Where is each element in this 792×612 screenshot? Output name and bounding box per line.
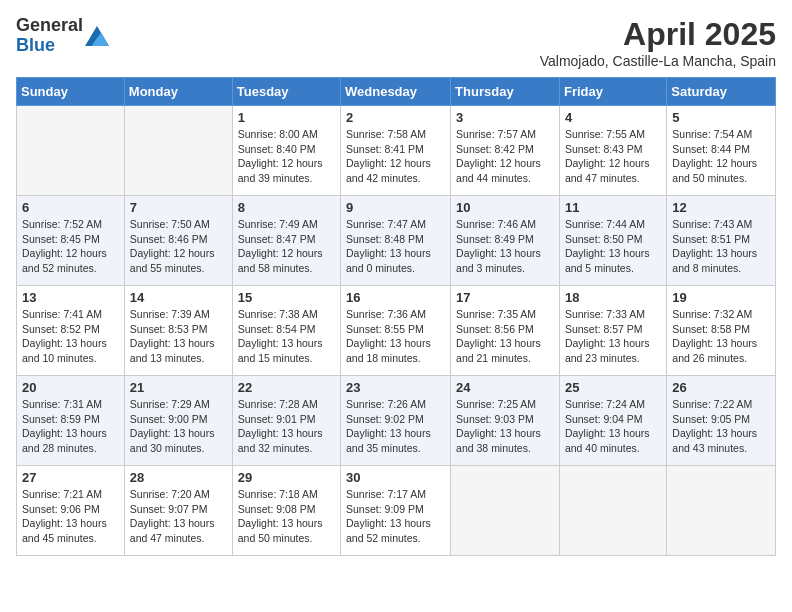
- cell-day-number: 10: [456, 200, 554, 215]
- calendar-cell: 21Sunrise: 7:29 AMSunset: 9:00 PMDayligh…: [124, 376, 232, 466]
- cell-info: Sunrise: 7:18 AMSunset: 9:08 PMDaylight:…: [238, 487, 335, 546]
- cell-day-number: 4: [565, 110, 661, 125]
- logo-icon: [85, 26, 109, 46]
- calendar-cell: 13Sunrise: 7:41 AMSunset: 8:52 PMDayligh…: [17, 286, 125, 376]
- cell-info: Sunrise: 7:47 AMSunset: 8:48 PMDaylight:…: [346, 217, 445, 276]
- calendar-cell: 17Sunrise: 7:35 AMSunset: 8:56 PMDayligh…: [451, 286, 560, 376]
- cell-day-number: 11: [565, 200, 661, 215]
- cell-day-number: 21: [130, 380, 227, 395]
- cell-day-number: 29: [238, 470, 335, 485]
- calendar-cell: 30Sunrise: 7:17 AMSunset: 9:09 PMDayligh…: [341, 466, 451, 556]
- calendar-cell: [559, 466, 666, 556]
- cell-day-number: 6: [22, 200, 119, 215]
- cell-info: Sunrise: 7:38 AMSunset: 8:54 PMDaylight:…: [238, 307, 335, 366]
- cell-info: Sunrise: 7:46 AMSunset: 8:49 PMDaylight:…: [456, 217, 554, 276]
- cell-day-number: 16: [346, 290, 445, 305]
- cell-day-number: 17: [456, 290, 554, 305]
- cell-info: Sunrise: 7:25 AMSunset: 9:03 PMDaylight:…: [456, 397, 554, 456]
- calendar-table: SundayMondayTuesdayWednesdayThursdayFrid…: [16, 77, 776, 556]
- cell-info: Sunrise: 7:43 AMSunset: 8:51 PMDaylight:…: [672, 217, 770, 276]
- location-title: Valmojado, Castille-La Mancha, Spain: [540, 53, 776, 69]
- cell-info: Sunrise: 7:22 AMSunset: 9:05 PMDaylight:…: [672, 397, 770, 456]
- cell-info: Sunrise: 7:49 AMSunset: 8:47 PMDaylight:…: [238, 217, 335, 276]
- cell-info: Sunrise: 7:58 AMSunset: 8:41 PMDaylight:…: [346, 127, 445, 186]
- cell-day-number: 27: [22, 470, 119, 485]
- calendar-cell: 7Sunrise: 7:50 AMSunset: 8:46 PMDaylight…: [124, 196, 232, 286]
- calendar-cell: 10Sunrise: 7:46 AMSunset: 8:49 PMDayligh…: [451, 196, 560, 286]
- cell-info: Sunrise: 7:50 AMSunset: 8:46 PMDaylight:…: [130, 217, 227, 276]
- logo-blue: Blue: [16, 36, 83, 56]
- cell-info: Sunrise: 7:55 AMSunset: 8:43 PMDaylight:…: [565, 127, 661, 186]
- calendar-cell: 2Sunrise: 7:58 AMSunset: 8:41 PMDaylight…: [341, 106, 451, 196]
- cell-info: Sunrise: 7:24 AMSunset: 9:04 PMDaylight:…: [565, 397, 661, 456]
- weekday-header-sunday: Sunday: [17, 78, 125, 106]
- cell-day-number: 24: [456, 380, 554, 395]
- calendar-week-row: 13Sunrise: 7:41 AMSunset: 8:52 PMDayligh…: [17, 286, 776, 376]
- cell-day-number: 8: [238, 200, 335, 215]
- calendar-cell: 25Sunrise: 7:24 AMSunset: 9:04 PMDayligh…: [559, 376, 666, 466]
- cell-day-number: 28: [130, 470, 227, 485]
- cell-info: Sunrise: 7:52 AMSunset: 8:45 PMDaylight:…: [22, 217, 119, 276]
- logo-general: General: [16, 16, 83, 36]
- cell-info: Sunrise: 7:41 AMSunset: 8:52 PMDaylight:…: [22, 307, 119, 366]
- calendar-cell: 15Sunrise: 7:38 AMSunset: 8:54 PMDayligh…: [232, 286, 340, 376]
- cell-info: Sunrise: 7:31 AMSunset: 8:59 PMDaylight:…: [22, 397, 119, 456]
- calendar-cell: 14Sunrise: 7:39 AMSunset: 8:53 PMDayligh…: [124, 286, 232, 376]
- logo: General Blue: [16, 16, 109, 56]
- cell-day-number: 2: [346, 110, 445, 125]
- cell-day-number: 9: [346, 200, 445, 215]
- cell-day-number: 7: [130, 200, 227, 215]
- cell-day-number: 12: [672, 200, 770, 215]
- calendar-cell: 9Sunrise: 7:47 AMSunset: 8:48 PMDaylight…: [341, 196, 451, 286]
- calendar-week-row: 6Sunrise: 7:52 AMSunset: 8:45 PMDaylight…: [17, 196, 776, 286]
- calendar-cell: 4Sunrise: 7:55 AMSunset: 8:43 PMDaylight…: [559, 106, 666, 196]
- calendar-cell: 3Sunrise: 7:57 AMSunset: 8:42 PMDaylight…: [451, 106, 560, 196]
- cell-info: Sunrise: 7:35 AMSunset: 8:56 PMDaylight:…: [456, 307, 554, 366]
- cell-info: Sunrise: 7:54 AMSunset: 8:44 PMDaylight:…: [672, 127, 770, 186]
- calendar-cell: 28Sunrise: 7:20 AMSunset: 9:07 PMDayligh…: [124, 466, 232, 556]
- calendar-header-row: SundayMondayTuesdayWednesdayThursdayFrid…: [17, 78, 776, 106]
- calendar-week-row: 27Sunrise: 7:21 AMSunset: 9:06 PMDayligh…: [17, 466, 776, 556]
- cell-day-number: 1: [238, 110, 335, 125]
- weekday-header-wednesday: Wednesday: [341, 78, 451, 106]
- calendar-cell: 8Sunrise: 7:49 AMSunset: 8:47 PMDaylight…: [232, 196, 340, 286]
- calendar-cell: 6Sunrise: 7:52 AMSunset: 8:45 PMDaylight…: [17, 196, 125, 286]
- calendar-week-row: 1Sunrise: 8:00 AMSunset: 8:40 PMDaylight…: [17, 106, 776, 196]
- cell-info: Sunrise: 7:29 AMSunset: 9:00 PMDaylight:…: [130, 397, 227, 456]
- weekday-header-monday: Monday: [124, 78, 232, 106]
- cell-info: Sunrise: 7:33 AMSunset: 8:57 PMDaylight:…: [565, 307, 661, 366]
- calendar-cell: 5Sunrise: 7:54 AMSunset: 8:44 PMDaylight…: [667, 106, 776, 196]
- calendar-cell: 12Sunrise: 7:43 AMSunset: 8:51 PMDayligh…: [667, 196, 776, 286]
- cell-info: Sunrise: 7:39 AMSunset: 8:53 PMDaylight:…: [130, 307, 227, 366]
- calendar-week-row: 20Sunrise: 7:31 AMSunset: 8:59 PMDayligh…: [17, 376, 776, 466]
- title-block: April 2025 Valmojado, Castille-La Mancha…: [540, 16, 776, 69]
- cell-info: Sunrise: 7:36 AMSunset: 8:55 PMDaylight:…: [346, 307, 445, 366]
- month-title: April 2025: [540, 16, 776, 53]
- cell-day-number: 20: [22, 380, 119, 395]
- weekday-header-friday: Friday: [559, 78, 666, 106]
- calendar-cell: [17, 106, 125, 196]
- cell-info: Sunrise: 7:20 AMSunset: 9:07 PMDaylight:…: [130, 487, 227, 546]
- cell-day-number: 5: [672, 110, 770, 125]
- cell-day-number: 25: [565, 380, 661, 395]
- cell-day-number: 18: [565, 290, 661, 305]
- cell-day-number: 26: [672, 380, 770, 395]
- calendar-cell: 11Sunrise: 7:44 AMSunset: 8:50 PMDayligh…: [559, 196, 666, 286]
- calendar-cell: 23Sunrise: 7:26 AMSunset: 9:02 PMDayligh…: [341, 376, 451, 466]
- cell-info: Sunrise: 7:17 AMSunset: 9:09 PMDaylight:…: [346, 487, 445, 546]
- cell-info: Sunrise: 7:44 AMSunset: 8:50 PMDaylight:…: [565, 217, 661, 276]
- cell-info: Sunrise: 7:21 AMSunset: 9:06 PMDaylight:…: [22, 487, 119, 546]
- cell-day-number: 30: [346, 470, 445, 485]
- calendar-cell: 22Sunrise: 7:28 AMSunset: 9:01 PMDayligh…: [232, 376, 340, 466]
- cell-day-number: 23: [346, 380, 445, 395]
- calendar-cell: 26Sunrise: 7:22 AMSunset: 9:05 PMDayligh…: [667, 376, 776, 466]
- cell-day-number: 13: [22, 290, 119, 305]
- calendar-cell: 27Sunrise: 7:21 AMSunset: 9:06 PMDayligh…: [17, 466, 125, 556]
- calendar-cell: 19Sunrise: 7:32 AMSunset: 8:58 PMDayligh…: [667, 286, 776, 376]
- calendar-cell: 24Sunrise: 7:25 AMSunset: 9:03 PMDayligh…: [451, 376, 560, 466]
- calendar-cell: [124, 106, 232, 196]
- calendar-cell: [451, 466, 560, 556]
- cell-day-number: 14: [130, 290, 227, 305]
- page-header: General Blue April 2025 Valmojado, Casti…: [16, 16, 776, 69]
- cell-info: Sunrise: 7:26 AMSunset: 9:02 PMDaylight:…: [346, 397, 445, 456]
